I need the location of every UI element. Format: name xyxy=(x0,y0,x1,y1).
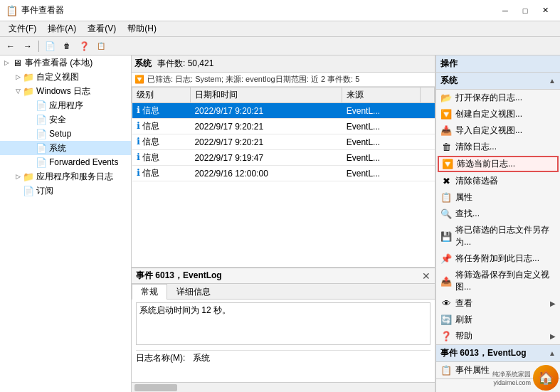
toolbar-separator-1 xyxy=(38,41,39,52)
action-item-0-2[interactable]: 📥 导入自定义视图... xyxy=(436,122,560,139)
col-level[interactable]: 级别 xyxy=(132,88,191,103)
watermark-site: yidaimei.com xyxy=(493,379,531,386)
action-label-0-0: 打开保存的日志... xyxy=(455,92,522,104)
menu-file[interactable]: 文件(F) xyxy=(3,21,42,36)
tree-expand-8: ▷ xyxy=(13,171,23,181)
action-icon-0-0: 📂 xyxy=(440,92,452,104)
delete-button[interactable]: 🗑 xyxy=(59,39,75,53)
col-extra[interactable] xyxy=(421,88,435,103)
action-item-0-10[interactable]: 📤 将筛选器保存到自定义视图... xyxy=(436,267,560,295)
action-item-0-3[interactable]: 🗑 清除日志... xyxy=(436,139,560,155)
action-item-0-13[interactable]: ❓ 帮助 ▶ xyxy=(436,328,560,344)
close-button[interactable]: ✕ xyxy=(536,4,554,18)
title-bar-controls: ─ □ ✕ xyxy=(496,4,554,18)
action-item-0-11[interactable]: 👁 查看 ▶ xyxy=(436,295,560,312)
action-icon-0-3: 🗑 xyxy=(440,142,452,153)
tree-expand-4 xyxy=(26,115,36,125)
action-label-0-5: 清除筛选器 xyxy=(455,175,498,187)
event-extra-4 xyxy=(421,166,435,181)
open-log-button[interactable]: 📄 xyxy=(42,39,58,53)
action-item-0-12[interactable]: 🔄 刷新 xyxy=(436,312,560,328)
menu-view[interactable]: 查看(V) xyxy=(82,21,122,36)
maximize-button[interactable]: □ xyxy=(516,4,534,18)
action-label-0-6: 属性 xyxy=(455,191,472,203)
event-datetime-1: 2022/9/17 9:20:21 xyxy=(190,119,342,134)
tree-label-6: 系统 xyxy=(49,142,66,154)
action-item-0-5[interactable]: ✖ 清除筛选器 xyxy=(436,173,560,189)
actions-section-0: 系统▲ 📂 打开保存的日志... 🔽 创建自定义视图... 📥 导入自定义视图.… xyxy=(436,73,560,345)
actions-section-header-0[interactable]: 系统▲ xyxy=(436,73,560,90)
tree-item-5[interactable]: 📄 Setup xyxy=(0,127,131,141)
center-panel: 系统 事件数: 50,421 🔽 已筛选: 日志: System; 来源: ev… xyxy=(132,55,435,392)
event-row-4[interactable]: ℹ 信息 2022/9/16 12:00:00 EventL... xyxy=(132,166,435,181)
event-row-2[interactable]: ℹ 信息 2022/9/17 9:20:21 EventL... xyxy=(132,134,435,150)
action-item-0-6[interactable]: 📋 属性 xyxy=(436,189,560,206)
action-item-0-8[interactable]: 💾 将已筛选的日志文件另存为... xyxy=(436,222,560,250)
tree-item-3[interactable]: 📄 应用程序 xyxy=(0,98,131,112)
menu-help[interactable]: 帮助(H) xyxy=(122,21,162,36)
action-icon-0-6: 📋 xyxy=(440,192,452,203)
tree-icon-4: 📄 xyxy=(36,114,47,125)
action-icon-0-2: 📥 xyxy=(440,125,452,137)
tree-label-1: 自定义视图 xyxy=(36,71,79,83)
action-icon-0-4: 🔽 xyxy=(442,159,453,170)
help-toolbar-button[interactable]: ❓ xyxy=(76,39,92,53)
event-tab-count: 事件数: 50,421 xyxy=(157,58,213,70)
event-level-0: ℹ 信息 xyxy=(132,103,191,119)
action-icon-1-0: 📋 xyxy=(440,365,452,376)
detail-logname-label: 日志名称(M): xyxy=(136,352,193,364)
level-icon-0: ℹ xyxy=(137,105,140,115)
action-label-0-13: 帮助 xyxy=(455,330,472,342)
event-extra-2 xyxy=(421,134,435,150)
actions-section-header-1[interactable]: 事件 6013，EventLog▲ xyxy=(436,345,560,362)
action-item-0-9[interactable]: 📌 将任务附加到此日志... xyxy=(436,250,560,267)
tree-item-8[interactable]: ▷ 📁 应用程序和服务日志 xyxy=(0,169,131,184)
section-arrow-0: ▲ xyxy=(549,77,556,85)
tree-item-0[interactable]: ▷ 🖥 事件查看器 (本地) xyxy=(0,55,131,70)
action-label-0-4: 筛选当前日志... xyxy=(457,158,515,170)
section-title-0: 系统 xyxy=(440,75,458,87)
detail-scrollbar[interactable] xyxy=(132,382,435,392)
event-row-0[interactable]: ℹ 信息 2022/9/17 9:20:21 EventL... xyxy=(132,103,435,119)
level-icon-1: ℹ xyxy=(137,120,140,131)
action-item-0-1[interactable]: 🔽 创建自定义视图... xyxy=(436,106,560,122)
detail-field-logname: 日志名称(M): 系统 xyxy=(136,350,430,366)
minimize-button[interactable]: ─ xyxy=(496,4,514,18)
event-table[interactable]: 级别 日期和时间 来源 ℹ 信息 2022/9/17 9:20:21 Event… xyxy=(132,87,435,267)
tree-label-0: 事件查看器 (本地) xyxy=(25,57,93,69)
forward-button[interactable]: → xyxy=(20,39,36,53)
detail-content: 日志名称(M): 系统 xyxy=(132,300,435,382)
tree-item-7[interactable]: 📄 Forwarded Events xyxy=(0,155,131,169)
event-row-1[interactable]: ℹ 信息 2022/9/17 9:20:21 EventL... xyxy=(132,119,435,134)
watermark-text-container: 纯净系统家园 yidaimei.com xyxy=(492,370,531,386)
tree-item-9[interactable]: 📄 订阅 xyxy=(0,184,131,198)
tree-label-9: 订阅 xyxy=(36,185,53,197)
level-icon-4: ℹ xyxy=(137,167,140,178)
tree-icon-0: 🖥 xyxy=(11,57,23,68)
back-button[interactable]: ← xyxy=(3,39,19,53)
detail-panel: 事件 6013，EventLog ✕ 常规 详细信息 日志名称(M): 系统 xyxy=(132,267,435,392)
extra-button[interactable]: 📋 xyxy=(93,39,109,53)
col-datetime[interactable]: 日期和时间 xyxy=(190,88,342,103)
action-icon-0-11: 👁 xyxy=(440,298,452,309)
main-layout: ▷ 🖥 事件查看器 (本地) ▷ 📁 自定义视图 ▽ 📁 Windows 日志 … xyxy=(0,55,560,392)
tree-item-4[interactable]: 📄 安全 xyxy=(0,112,131,127)
tree-item-6[interactable]: 📄 系统 xyxy=(0,141,131,155)
section-title-1: 事件 6013，EventLog xyxy=(440,347,527,359)
tab-general[interactable]: 常规 xyxy=(132,284,167,300)
tab-details[interactable]: 详细信息 xyxy=(167,284,220,300)
menu-action[interactable]: 操作(A) xyxy=(42,21,82,36)
action-label-0-3: 清除日志... xyxy=(455,141,497,153)
event-row-3[interactable]: ℹ 信息 2022/9/17 9:19:47 EventL... xyxy=(132,150,435,166)
detail-text-area[interactable] xyxy=(136,302,430,345)
tree-item-1[interactable]: ▷ 📁 自定义视图 xyxy=(0,70,131,84)
event-source-2: EventL... xyxy=(342,134,421,150)
action-item-0-7[interactable]: 🔍 查找... xyxy=(436,206,560,222)
action-item-0-4[interactable]: 🔽 筛选当前日志... xyxy=(438,156,559,172)
detail-close-button[interactable]: ✕ xyxy=(422,270,430,282)
filter-text: 已筛选: 日志: System; 来源: eventlog日期范围: 近 2 事… xyxy=(147,74,359,85)
event-tab-header: 系统 事件数: 50,421 xyxy=(132,55,435,73)
tree-item-2[interactable]: ▽ 📁 Windows 日志 xyxy=(0,84,131,98)
action-item-0-0[interactable]: 📂 打开保存的日志... xyxy=(436,90,560,106)
col-source[interactable]: 来源 xyxy=(342,88,421,103)
